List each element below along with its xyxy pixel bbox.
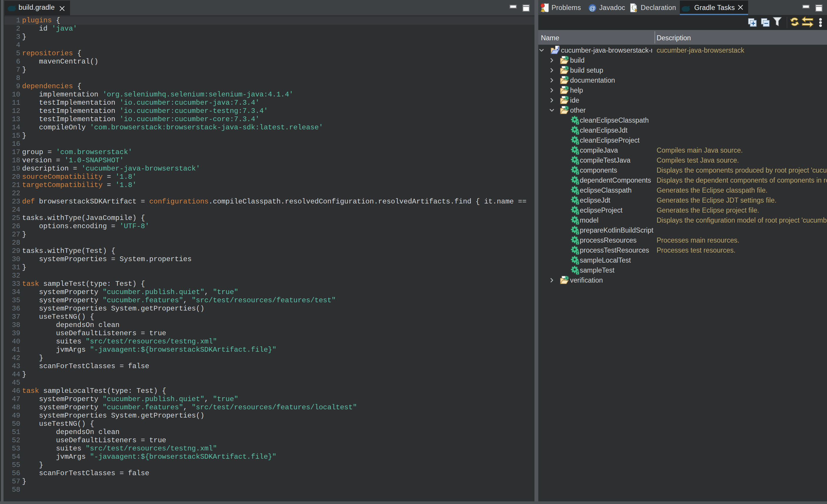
svg-text:{..}: {..} bbox=[631, 5, 639, 10]
svg-text:@: @ bbox=[589, 5, 595, 11]
